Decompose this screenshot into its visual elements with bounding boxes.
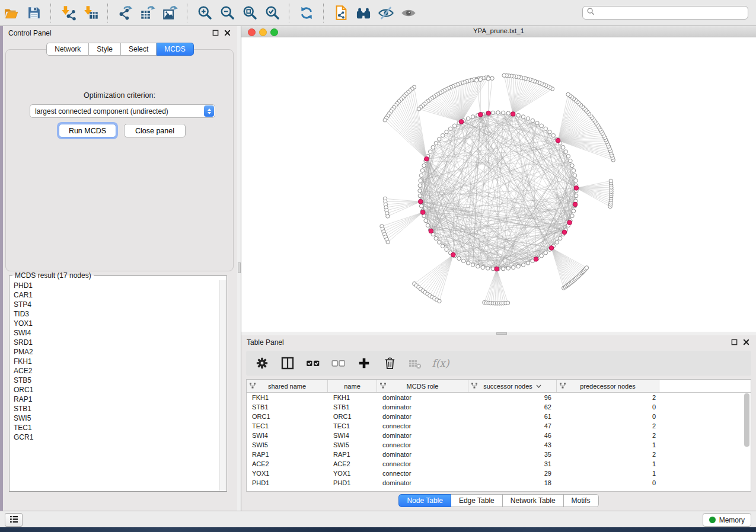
- table-scrollbar[interactable]: [744, 393, 749, 491]
- delete-table-button-disabled: [407, 355, 423, 371]
- optimization-criterion-label: Optimization criterion:: [6, 91, 233, 100]
- task-history-button[interactable]: [5, 513, 23, 527]
- mcds-result-item[interactable]: SRD1: [11, 338, 219, 347]
- mcds-result-item[interactable]: STB1: [11, 404, 219, 414]
- mcds-result-item[interactable]: GCR1: [11, 432, 219, 442]
- export-network-button[interactable]: [116, 4, 135, 23]
- network-search-field[interactable]: [582, 6, 748, 20]
- export-image-button[interactable]: [161, 4, 180, 23]
- export-table-button[interactable]: [138, 4, 157, 23]
- mcds-result-item[interactable]: SWI5: [11, 414, 219, 423]
- criterion-dropdown[interactable]: largest connected component (undirected): [30, 104, 215, 118]
- list-icon: [9, 515, 18, 525]
- cell-name: RAP1: [328, 451, 377, 458]
- import-table-button[interactable]: [81, 4, 100, 23]
- table-options-button[interactable]: [254, 355, 270, 371]
- hide-selected-button[interactable]: [377, 4, 395, 23]
- float-panel-icon[interactable]: [212, 29, 219, 37]
- table-scrollbar-thumb[interactable]: [744, 393, 749, 447]
- cell-name: PHD1: [328, 479, 377, 486]
- tab-style[interactable]: Style: [89, 43, 121, 56]
- search-input[interactable]: [595, 7, 748, 19]
- table-row[interactable]: ORC1ORC1dominator610: [247, 412, 751, 421]
- show-all-button[interactable]: [399, 4, 418, 23]
- tab-node-table[interactable]: Node Table: [398, 494, 451, 507]
- tab-network[interactable]: Network: [46, 43, 89, 56]
- float-panel-icon[interactable]: [731, 338, 738, 346]
- close-panel-icon[interactable]: [742, 338, 750, 346]
- mcds-result-item[interactable]: TID3: [11, 309, 219, 319]
- zoom-selected-button[interactable]: [263, 4, 282, 23]
- tab-mcds[interactable]: MCDS: [157, 43, 193, 56]
- mcds-result-item[interactable]: SWI4: [11, 328, 219, 338]
- run-mcds-button[interactable]: Run MCDS: [59, 124, 116, 137]
- mcds-tab-content: Optimization criterion: largest connecte…: [5, 49, 234, 271]
- search-network-button[interactable]: [354, 4, 373, 23]
- table-row[interactable]: SWI4SWI4dominator462: [247, 431, 751, 440]
- table-row[interactable]: TEC1TEC1connector472: [247, 421, 751, 431]
- refresh-layout-button[interactable]: [297, 4, 316, 23]
- open-file-button[interactable]: [2, 4, 21, 23]
- mcds-list-scrollbar[interactable]: [219, 280, 226, 491]
- network-graph[interactable]: [241, 37, 756, 332]
- mcds-result-item[interactable]: ACE2: [11, 366, 219, 376]
- select-all-button[interactable]: [305, 355, 321, 371]
- eye-slash-icon: [378, 5, 394, 21]
- mcds-result-item[interactable]: ORC1: [11, 385, 219, 395]
- add-column-button[interactable]: [356, 355, 372, 371]
- close-panel-button[interactable]: Close panel: [124, 124, 186, 137]
- column-header-shared-name[interactable]: shared name: [247, 380, 328, 392]
- mcds-result-item[interactable]: STP4: [11, 300, 219, 309]
- sort-chevron-icon: [536, 384, 541, 388]
- mcds-result-item[interactable]: RAP1: [11, 395, 219, 404]
- tab-edge-table[interactable]: Edge Table: [451, 494, 503, 507]
- cell-predecessor-nodes: 2: [557, 432, 659, 439]
- save-session-button[interactable]: [24, 4, 43, 23]
- mcds-result-item[interactable]: STB5: [11, 376, 219, 385]
- horizontal-splitter-handle[interactable]: [496, 332, 507, 335]
- memory-button[interactable]: Memory: [703, 513, 751, 527]
- table-row[interactable]: RAP1RAP1dominator352: [247, 450, 751, 459]
- unselect-all-button[interactable]: [331, 355, 346, 371]
- zoom-fit-button[interactable]: [240, 4, 259, 23]
- mcds-result-item[interactable]: FKH1: [11, 357, 219, 366]
- table-row[interactable]: ACE2ACE2connector311: [247, 459, 751, 469]
- main-toolbar: [0, 0, 756, 26]
- toolbar-separator: [323, 4, 324, 23]
- mcds-result-item[interactable]: TEC1: [11, 423, 219, 432]
- column-header-mcds-role[interactable]: MCDS role: [377, 380, 468, 392]
- split-panel-button[interactable]: [280, 355, 295, 371]
- table-row[interactable]: PHD1PHD1dominator180: [247, 478, 751, 488]
- column-header-successor-nodes[interactable]: successor nodes: [468, 380, 557, 392]
- vertical-splitter-handle[interactable]: [238, 262, 241, 273]
- cell-successor-nodes: 43: [468, 441, 557, 448]
- table-header-row: shared namenameMCDS rolesuccessor nodesp…: [247, 380, 751, 393]
- tab-motifs[interactable]: Motifs: [564, 494, 599, 507]
- cell-mcds-role: connector: [377, 422, 468, 430]
- delete-column-button[interactable]: [382, 355, 397, 371]
- table-row[interactable]: FKH1FKH1dominator962: [247, 393, 751, 402]
- cell-shared-name: RAP1: [247, 451, 328, 458]
- column-header-name[interactable]: name: [328, 380, 377, 392]
- tab-network-table[interactable]: Network Table: [503, 494, 564, 507]
- column-header-predecessor-nodes[interactable]: predecessor nodes: [557, 380, 659, 392]
- mcds-result-item[interactable]: YOX1: [11, 319, 219, 328]
- table-row[interactable]: YOX1YOX1connector291: [247, 469, 751, 478]
- cell-name: ORC1: [328, 413, 377, 420]
- network-view-canvas[interactable]: [241, 37, 756, 332]
- zoom-in-button[interactable]: [195, 4, 214, 23]
- cell-predecessor-nodes: 2: [557, 451, 659, 458]
- table-row[interactable]: SWI5SWI5connector431: [247, 440, 751, 450]
- network-window-titlebar[interactable]: YPA_prune.txt_1: [241, 26, 756, 37]
- vertical-splitter[interactable]: [237, 26, 241, 511]
- zoom-out-button[interactable]: [218, 4, 237, 23]
- import-network-button[interactable]: [59, 4, 78, 23]
- memory-status-icon: [709, 517, 716, 523]
- close-panel-icon[interactable]: [224, 29, 231, 37]
- tab-select[interactable]: Select: [121, 43, 157, 56]
- network-from-file-button[interactable]: [331, 4, 350, 23]
- mcds-result-item[interactable]: CAR1: [11, 290, 219, 300]
- table-row[interactable]: STB1STB1dominator620: [247, 402, 751, 412]
- mcds-result-item[interactable]: PMA2: [11, 347, 219, 357]
- mcds-result-item[interactable]: PHD1: [11, 281, 219, 290]
